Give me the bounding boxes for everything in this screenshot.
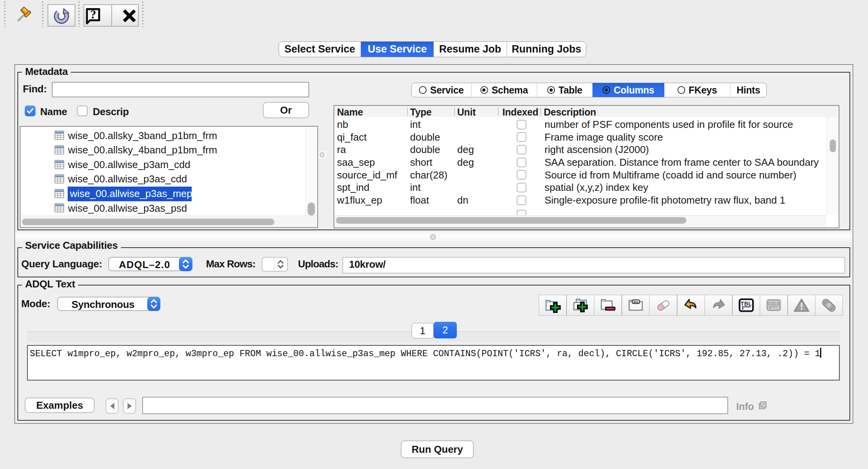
svg-text:TBL: TBL bbox=[740, 301, 752, 307]
svg-text:COLS: COLS bbox=[768, 301, 780, 306]
svg-text:?: ? bbox=[90, 8, 96, 21]
svg-text:Abc: Abc bbox=[633, 300, 638, 304]
